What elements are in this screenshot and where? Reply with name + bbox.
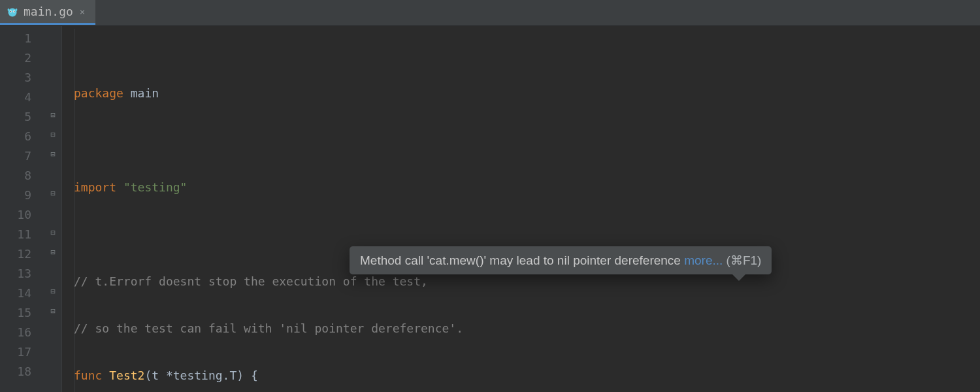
go-gopher-icon — [7, 6, 18, 18]
code-line — [74, 225, 980, 244]
code-line: func Test2(t *testing.T) { — [74, 366, 980, 385]
inspection-tooltip: Method call 'cat.mew()' may lead to nil … — [350, 246, 772, 274]
svg-point-6 — [16, 8, 18, 11]
svg-point-4 — [14, 10, 14, 11]
line-number: 1 — [0, 29, 61, 48]
fold-open-icon[interactable]: ⊟ — [48, 111, 57, 120]
svg-point-0 — [8, 8, 17, 16]
code-area[interactable]: package main import "testing" // t.Error… — [62, 26, 980, 392]
code-line: import "testing" — [74, 178, 980, 197]
line-number: 11⊟ — [0, 225, 61, 244]
line-number: 18 — [0, 362, 61, 382]
fold-open-icon[interactable]: ⊟ — [48, 150, 57, 159]
tooltip-shortcut: (⌘F1) — [723, 253, 761, 267]
svg-point-5 — [8, 8, 10, 11]
editor-tabbar: main.go × — [0, 0, 980, 26]
line-number: 14⊟ — [0, 284, 61, 303]
line-number: 17 — [0, 342, 61, 362]
line-number: 3 — [0, 68, 61, 88]
line-number: 7⊟ — [0, 146, 61, 166]
tab-main-go[interactable]: main.go × — [0, 0, 95, 25]
line-number: 10 — [0, 205, 61, 225]
code-line: package main — [74, 84, 980, 103]
close-icon[interactable]: × — [78, 7, 86, 17]
tooltip-message: Method call 'cat.mew()' may lead to nil … — [360, 253, 684, 267]
code-editor[interactable]: 1 2 3 4 5⊟ 6⊟ 7⊟ 8 9⊟ 10 11⊟ 12⊟ 13 14⊟ … — [0, 26, 980, 392]
svg-point-3 — [10, 10, 11, 11]
line-number: 9⊟ — [0, 186, 61, 205]
line-number: 12⊟ — [0, 244, 61, 264]
fold-open-icon[interactable]: ⊟ — [48, 189, 57, 199]
tab-filename: main.go — [24, 5, 73, 18]
code-line: // t.Errorf doesnt stop the execution of… — [74, 272, 980, 291]
line-gutter: 1 2 3 4 5⊟ 6⊟ 7⊟ 8 9⊟ 10 11⊟ 12⊟ 13 14⊟ … — [0, 26, 62, 392]
line-number: 13 — [0, 264, 61, 284]
fold-open-icon[interactable]: ⊟ — [48, 248, 57, 257]
line-number: 2 — [0, 48, 61, 68]
line-number: 16 — [0, 323, 61, 342]
code-line: // so the test can fail with 'nil pointe… — [74, 319, 980, 338]
tooltip-more-link[interactable]: more... — [684, 253, 723, 267]
line-number: 15⊟ — [0, 303, 61, 323]
line-number: 8 — [0, 166, 61, 186]
fold-close-icon[interactable]: ⊟ — [48, 287, 57, 297]
code-line — [74, 131, 980, 150]
line-number: 4 — [0, 88, 61, 107]
line-number: 6⊟ — [0, 127, 61, 146]
fold-close-icon[interactable]: ⊟ — [48, 307, 57, 316]
line-number: 5⊟ — [0, 107, 61, 127]
fold-close-icon[interactable]: ⊟ — [48, 229, 57, 238]
fold-close-icon[interactable]: ⊟ — [48, 131, 57, 140]
